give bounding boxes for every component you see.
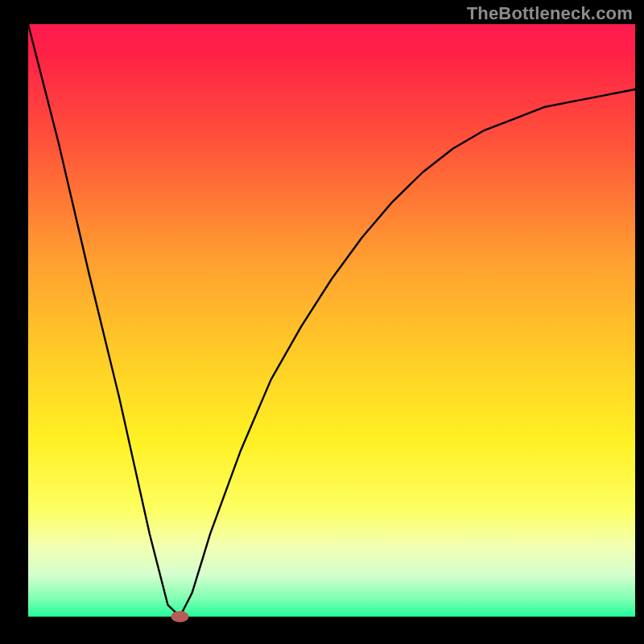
plot-background bbox=[28, 24, 635, 617]
watermark-text: TheBottleneck.com bbox=[467, 3, 633, 24]
chart-frame: TheBottleneck.com bbox=[0, 0, 644, 644]
minimum-marker bbox=[171, 611, 189, 622]
bottleneck-chart bbox=[0, 0, 644, 644]
